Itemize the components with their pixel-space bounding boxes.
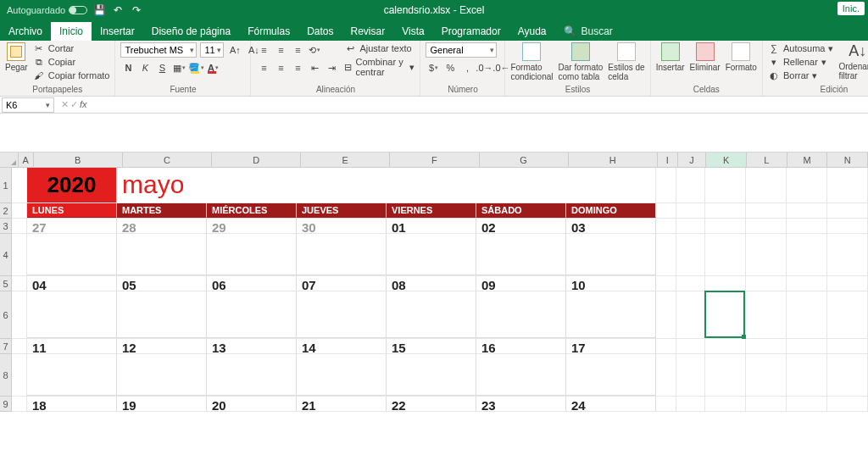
decrease-indent-button[interactable]: ⇤	[307, 60, 322, 75]
cell-F7[interactable]: 15	[387, 339, 476, 353]
cell-L1[interactable]	[746, 168, 787, 202]
cell-F9[interactable]: 22	[387, 397, 476, 411]
undo-icon[interactable]: ↶	[111, 3, 125, 17]
cell-B2[interactable]: LUNES	[27, 203, 117, 218]
cell-M1[interactable]	[787, 168, 827, 202]
cell-H8[interactable]	[566, 354, 656, 396]
cell-F5[interactable]: 08	[387, 276, 476, 291]
cell-L7[interactable]	[746, 339, 787, 353]
row-header-5[interactable]: 5	[0, 276, 12, 291]
cell-H4[interactable]	[566, 234, 656, 275]
cell-M5[interactable]	[787, 276, 827, 291]
cell-J7[interactable]	[676, 339, 705, 353]
paste-button[interactable]: Pegar	[5, 42, 28, 72]
cell-M3[interactable]	[787, 219, 827, 233]
cell-J9[interactable]	[676, 397, 705, 411]
cell-B6[interactable]	[27, 291, 117, 338]
row-header-6[interactable]: 6	[0, 291, 12, 339]
cell-H6[interactable]	[566, 291, 656, 338]
cell-I6[interactable]	[656, 291, 676, 338]
cell-A4[interactable]	[12, 234, 27, 275]
row-header-1[interactable]: 1	[0, 168, 12, 203]
font-size-combo[interactable]: 11	[200, 42, 224, 58]
col-header-H[interactable]: H	[569, 153, 658, 167]
row-header-7[interactable]: 7	[0, 339, 12, 354]
cell-N4[interactable]	[827, 234, 868, 275]
sort-filter-button[interactable]: A↓Ordenar y filtrar	[838, 42, 868, 80]
comma-format-button[interactable]: ,	[459, 60, 475, 75]
cell-D2[interactable]: MIÉRCOLES	[207, 203, 297, 218]
align-middle-button[interactable]: ≡	[273, 42, 288, 58]
cell-D3[interactable]: 29	[207, 219, 297, 233]
border-button[interactable]: ▦	[171, 60, 186, 75]
autosave-toggle[interactable]: Autoguardado	[7, 5, 87, 15]
cell-C3[interactable]: 28	[117, 219, 207, 233]
cell-J5[interactable]	[676, 276, 705, 291]
col-header-B[interactable]: B	[34, 153, 123, 167]
col-header-E[interactable]: E	[301, 153, 390, 167]
cell-C2[interactable]: MARTES	[117, 203, 207, 218]
underline-button[interactable]: S	[154, 60, 170, 75]
cell-B5[interactable]: 04	[27, 276, 117, 291]
align-top-button[interactable]: ≡	[256, 42, 271, 58]
cell-M8[interactable]	[787, 354, 827, 396]
cell-I3[interactable]	[656, 219, 676, 233]
name-box[interactable]: K6▾	[2, 97, 54, 113]
tab-insertar[interactable]: Insertar	[92, 22, 143, 41]
cell-L6[interactable]	[746, 291, 787, 338]
format-painter-button[interactable]: 🖌Copiar formato	[33, 69, 110, 81]
col-header-N[interactable]: N	[827, 153, 868, 167]
cell-E4[interactable]	[297, 234, 387, 275]
bold-button[interactable]: N	[120, 60, 136, 75]
col-header-A[interactable]: A	[19, 153, 34, 167]
cell-L3[interactable]	[746, 219, 787, 233]
cell-D4[interactable]	[207, 234, 297, 275]
cell-M7[interactable]	[787, 339, 827, 353]
row-header-2[interactable]: 2	[0, 203, 12, 219]
cell-A9[interactable]	[12, 397, 27, 411]
cell-F2[interactable]: VIERNES	[387, 203, 476, 218]
increase-decimal-button[interactable]: .0→	[476, 60, 492, 75]
cell-N3[interactable]	[827, 219, 868, 233]
cell-I7[interactable]	[656, 339, 676, 353]
cell-C6[interactable]	[117, 291, 207, 338]
cell-N6[interactable]	[827, 291, 868, 338]
cell-E2[interactable]: JUEVES	[297, 203, 387, 218]
tab-inicio[interactable]: Inicio	[51, 22, 92, 41]
cell-N5[interactable]	[827, 276, 868, 291]
cell-C9[interactable]: 19	[117, 397, 207, 411]
cell-A5[interactable]	[12, 276, 27, 291]
cell-I4[interactable]	[656, 234, 676, 275]
tab-revisar[interactable]: Revisar	[342, 22, 394, 41]
tell-me-search[interactable]: 🔍 Buscar	[555, 22, 621, 41]
increase-font-button[interactable]: A↑	[227, 42, 242, 58]
cell-B4[interactable]	[27, 234, 117, 275]
cell-C5[interactable]: 05	[117, 276, 207, 291]
cell-K2[interactable]	[705, 203, 746, 218]
cancel-formula-icon[interactable]: ✕	[61, 99, 69, 110]
tab-vista[interactable]: Vista	[393, 22, 432, 41]
cell-N7[interactable]	[827, 339, 868, 353]
cell-G6[interactable]	[476, 291, 566, 338]
cell-D8[interactable]	[207, 354, 297, 396]
insert-cells-button[interactable]: Insertar	[656, 42, 685, 72]
tab-archivo[interactable]: Archivo	[0, 22, 51, 41]
cell-G9[interactable]: 23	[476, 397, 566, 411]
cell-G7[interactable]: 16	[476, 339, 566, 353]
cell-K4[interactable]	[705, 234, 746, 275]
cell-J4[interactable]	[676, 234, 705, 275]
cell-D7[interactable]: 13	[207, 339, 297, 353]
cell-G2[interactable]: SÁBADO	[476, 203, 566, 218]
col-header-J[interactable]: J	[678, 153, 707, 167]
cell-M2[interactable]	[787, 203, 827, 218]
cell-E8[interactable]	[297, 354, 387, 396]
percent-format-button[interactable]: %	[442, 60, 458, 75]
cell-I8[interactable]	[656, 354, 676, 396]
copy-button[interactable]: ⧉Copiar	[33, 56, 110, 68]
cell-J2[interactable]	[676, 203, 705, 218]
italic-button[interactable]: K	[137, 60, 153, 75]
cell-A1[interactable]	[12, 168, 27, 202]
cell-A2[interactable]	[12, 203, 27, 218]
grid[interactable]: 2020mayoLUNESMARTESMIÉRCOLESJUEVESVIERNE…	[12, 168, 868, 412]
tab-formulas[interactable]: Fórmulas	[239, 22, 298, 41]
